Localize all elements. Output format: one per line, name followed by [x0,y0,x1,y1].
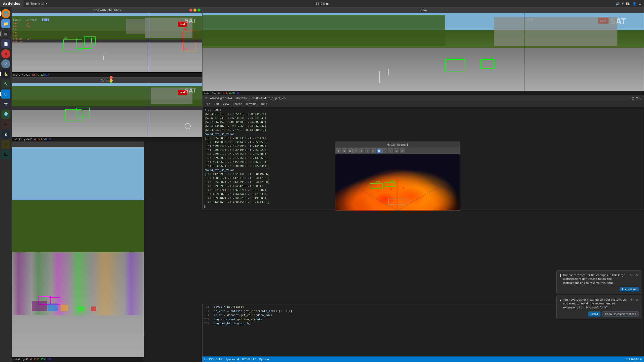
dock-item-camera[interactable]: 📷 [1,100,10,109]
term-line-5: [61.49434187 17.71717568 0.45860937] [205,124,642,128]
show-recommendations-button[interactable]: Show Recommendations [602,311,639,316]
lane-2 [388,69,389,75]
mayavi-play[interactable]: ▶ [336,148,341,153]
mayavi-btn1[interactable]: ⊞ [342,148,347,153]
vscode-win-btn-3[interactable]: ✕ [639,97,642,100]
close-btn[interactable] [189,9,192,12]
dock-item-tools[interactable]: 🔧 [1,79,10,88]
dock-item-penguin[interactable]: 🐧 [1,130,10,139]
labels-overlay: Label: 2D Pred: ▊▊▊▊▊ Car Car Car Car Ca… [13,18,49,44]
dock-item-firefox[interactable]: 🌐 [1,9,10,18]
menu-view[interactable]: View [221,102,231,106]
term-line-6: [61.36947971 16.172715 0.44098491]] [205,128,642,132]
mayavi-btn7[interactable]: ■ [377,148,382,153]
term-line-8: [[38.08572898 17.73859352 -1.77761747] [205,136,642,140]
notif-2-actions: Install Show Recommendations [560,311,639,316]
notif-1-icon: ℹ [560,274,561,278]
svg-rect-5 [385,183,395,187]
menu-terminal[interactable]: Terminal [244,102,259,106]
statusbar-encoding: UTF-8 [242,358,250,361]
pred-label-controls[interactable] [189,9,200,12]
det-box-2dbox-2 [76,108,90,117]
activities-button[interactable]: Activities [0,0,23,7]
dock-item-browser[interactable]: 🌍 [1,110,10,119]
line-num-786: 786 [204,322,209,326]
svg-point-10 [403,187,404,189]
vscode-win-btn-1[interactable]: □ [631,97,634,100]
line-num-783: 783 [204,309,209,313]
svg-point-7 [384,188,385,189]
window-2dbox: 2dbox real SAT x=1117, y=2051 ~ [12,77,202,142]
menu-file[interactable]: File [204,102,212,106]
notif-2-gear-icon[interactable]: ⚙ [630,298,633,301]
terminal-menu[interactable]: ▦ Terminal ▼ [23,2,50,6]
statusbar-line-ending: LF [253,358,256,361]
det-box-car3 [84,36,95,46]
svg-point-6 [378,190,379,192]
code-line-782: dtype = np.float64 [214,305,292,309]
vscode-win-btn-2[interactable]: ⊟ [636,97,638,100]
term-line-1: (100, 500) [205,108,642,112]
code-text: dtype = np.float64 pc_velo = dataset.get… [211,305,292,361]
dock-item-photos[interactable]: 🖼 [1,150,10,159]
line-num-784: 784 [204,313,209,318]
pred-label-titlebar: pred with label bbox [12,7,202,13]
close-btn-2dbox[interactable] [110,76,113,79]
mayavi-btn6[interactable]: ○ [371,148,376,153]
seg-image-content [12,147,144,357]
notif-2-close-icon[interactable]: ✕ [636,298,639,302]
menu-help[interactable]: Help [259,102,269,106]
dock-item-vscode[interactable]: ⬡ [1,89,10,99]
notif-1-close-icon[interactable]: ✕ [636,273,639,277]
det-box-red1: Car false [183,31,196,52]
term-line-7: box3d_pts_3d_velo: [205,132,642,136]
minimize-btn[interactable] [193,9,196,12]
mayavi-btn9[interactable]: ⤢ [388,148,393,153]
install-button[interactable]: Install [588,311,600,316]
term-line-2: [61.38513815 16.18854719 -1.05734974] [205,112,642,116]
statusbar-language: Python [259,358,269,361]
seg-titlebar [12,142,144,147]
window-mayavi: Mayavi Scene 1 ▶ ⊞ ⊟ ↔ ↕ ⤡ ○ ■ + ⤢ ⊡ ◎ [335,142,460,211]
notif-1-gear-icon[interactable]: ⚙ [630,273,633,277]
mayavi-btn4[interactable]: ↕ [359,148,364,153]
system-tray: 🔊⚡EN👤⚙ [616,2,644,6]
line-num-785: 785 [204,318,209,322]
dock-item-edit[interactable]: ✏ [1,120,10,129]
menu-search[interactable]: Search [231,102,244,106]
mayavi-titlebar: Mayavi Scene 1 [335,142,460,147]
svg-text:Car: Car [376,180,380,183]
dock-item-terminal[interactable]: ▦ [1,29,10,38]
term-line-4: [57.79262152 18.01684709 -0.42300980] [205,120,642,124]
seg-car-2 [48,303,58,311]
mayavi-btn5[interactable]: ⤡ [365,148,370,153]
dock-item-text[interactable]: 📄 [1,39,10,48]
dock-item-files[interactable]: 📁 [1,19,10,28]
svg-point-8 [390,188,392,190]
mayavi-btn10[interactable]: ⊡ [394,148,399,153]
menu-edit[interactable]: Edit [212,102,220,106]
svg-point-12 [409,189,410,190]
seg-coordbar: x=609, y=31 ~ R:254 G:255 B:255 [12,357,144,362]
code-line-784: calib = dataset.get_calib(data_idx) [214,313,292,318]
mayavi-btn2[interactable]: ⊟ [348,148,353,153]
notif-1-header: ℹ Unable to watch for file changes in th… [560,273,639,285]
line-numbers: 782 783 784 785 786 [203,305,211,361]
line-num-782: 782 [204,305,209,309]
mayavi-btn3[interactable]: ↔ [353,148,358,153]
minimize-btn-2dbox[interactable] [110,79,113,82]
svg-text:Car: Car [390,180,394,182]
instructions-button[interactable]: Instructions [620,287,639,291]
dock-item-pycharm[interactable]: 🐍 [1,69,10,78]
code-line-783: pc_velo = dataset.get_lidar(data_idx+1)[… [214,309,292,313]
dock-item-system[interactable]: ⚡ [1,140,10,149]
mayavi-btn11[interactable]: ◎ [400,148,405,153]
dock-item-settings[interactable]: A [1,49,10,58]
notif-1-actions: Instructions [560,287,639,291]
mayavi-btn8[interactable]: + [382,148,387,153]
maximize-btn[interactable] [197,9,200,12]
dock-item-help[interactable]: ? [1,59,10,68]
notification-docker: ℹ You have Docker installed on your syst… [556,295,642,319]
3dbox-large-image: SAT HX real [203,13,644,91]
statusbar-position: Ln 753, Col 9 [204,358,223,361]
